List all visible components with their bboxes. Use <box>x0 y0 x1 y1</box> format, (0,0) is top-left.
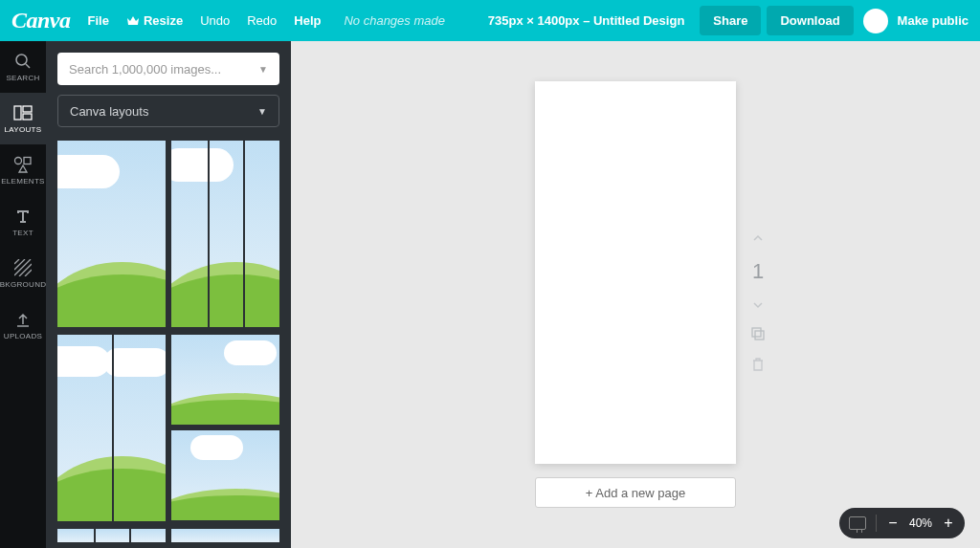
document-title[interactable]: 735px × 1400px – Untitled Design <box>488 13 685 28</box>
svg-rect-3 <box>23 106 32 112</box>
template-thumb[interactable] <box>171 430 279 520</box>
template-thumb[interactable] <box>57 335 166 521</box>
search-icon <box>13 52 33 71</box>
rail-layouts[interactable]: LAYOUTS <box>0 93 46 144</box>
make-public-button[interactable]: Make public <box>898 13 969 28</box>
svg-line-10 <box>19 264 32 276</box>
page-controls: 1 <box>750 232 766 372</box>
top-menu: File Resize Undo Redo Help No changes ma… <box>88 13 445 28</box>
svg-rect-12 <box>752 328 761 337</box>
present-icon[interactable] <box>849 516 866 530</box>
svg-line-1 <box>26 64 30 68</box>
template-thumb[interactable] <box>171 141 279 327</box>
add-page-button[interactable]: + Add a new page <box>535 477 736 508</box>
templates-grid <box>57 141 279 542</box>
save-status: No changes made <box>344 13 445 28</box>
zoom-level[interactable]: 40% <box>909 516 932 530</box>
search-placeholder: Search 1,000,000 images... <box>69 62 221 77</box>
move-up-icon[interactable] <box>751 232 765 244</box>
svg-rect-13 <box>755 331 764 340</box>
delete-icon[interactable] <box>751 357 765 372</box>
rail-text[interactable]: TEXT <box>0 196 46 248</box>
svg-rect-2 <box>14 106 21 120</box>
menu-redo[interactable]: Redo <box>247 13 277 28</box>
chevron-down-icon: ▼ <box>257 106 267 117</box>
rail-uploads[interactable]: UPLOADS <box>0 299 46 351</box>
rail-label: ELEMENTS <box>1 177 45 186</box>
template-thumb[interactable] <box>57 141 166 327</box>
avatar[interactable] <box>863 9 888 33</box>
move-down-icon[interactable] <box>751 299 765 311</box>
uploads-icon <box>13 310 33 329</box>
background-icon <box>13 258 33 277</box>
menu-file[interactable]: File <box>88 13 109 28</box>
template-thumb[interactable] <box>171 529 279 542</box>
search-input[interactable]: Search 1,000,000 images... ▼ <box>57 53 279 85</box>
template-thumb[interactable] <box>57 529 166 542</box>
rail-elements[interactable]: ELEMENTS <box>0 144 46 196</box>
rail-search[interactable]: SEARCH <box>0 41 46 93</box>
text-icon <box>13 207 33 226</box>
template-thumb[interactable] <box>171 335 279 425</box>
logo[interactable]: Canva <box>11 8 71 33</box>
chevron-down-icon: ▼ <box>258 64 268 75</box>
layout-filter[interactable]: Canva layouts ▼ <box>57 95 279 127</box>
canvas-area[interactable]: 1 + Add a new page − 40% + <box>291 41 980 548</box>
rail-label: SEARCH <box>6 74 39 82</box>
svg-line-11 <box>25 270 32 276</box>
layouts-icon <box>13 103 33 122</box>
side-rail: SEARCH LAYOUTS ELEMENTS TEXT BKGROUND <box>0 41 46 548</box>
side-panel: Search 1,000,000 images... ▼ Canva layou… <box>46 41 291 548</box>
page-number: 1 <box>752 259 764 284</box>
svg-point-0 <box>16 55 27 65</box>
rail-label: LAYOUTS <box>5 125 42 134</box>
menu-resize[interactable]: Resize <box>126 13 183 28</box>
filter-label: Canva layouts <box>70 104 148 119</box>
rail-background[interactable]: BKGROUND <box>0 248 46 299</box>
zoom-control: − 40% + <box>839 508 965 538</box>
menu-help[interactable]: Help <box>294 13 321 28</box>
zoom-out-button[interactable]: − <box>886 515 900 532</box>
design-page[interactable] <box>535 81 736 464</box>
rail-label: BKGROUND <box>0 280 46 289</box>
share-button[interactable]: Share <box>700 6 761 35</box>
zoom-in-button[interactable]: + <box>942 515 955 532</box>
svg-line-7 <box>14 259 19 264</box>
topbar: Canva File Resize Undo Redo Help No chan… <box>0 0 980 41</box>
svg-point-5 <box>15 158 22 164</box>
download-button[interactable]: Download <box>767 6 853 35</box>
elements-icon <box>13 155 33 174</box>
rail-label: TEXT <box>12 229 33 237</box>
svg-line-8 <box>14 259 25 270</box>
svg-rect-6 <box>24 158 31 164</box>
copy-icon[interactable] <box>750 326 766 341</box>
menu-undo[interactable]: Undo <box>200 13 230 28</box>
rail-label: UPLOADS <box>4 332 42 340</box>
crown-icon <box>126 15 140 27</box>
svg-rect-4 <box>23 114 32 120</box>
